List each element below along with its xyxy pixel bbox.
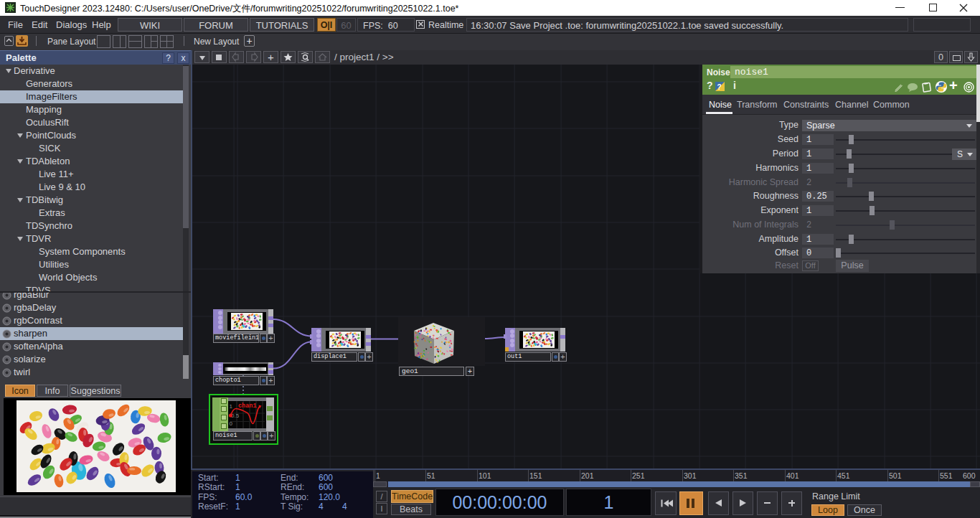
svg-text:1: 1 [230, 403, 233, 410]
svg-text:0: 0 [230, 420, 233, 427]
svg-text:chan1: chan1 [238, 402, 257, 410]
svg-text:?: ? [717, 83, 722, 91]
